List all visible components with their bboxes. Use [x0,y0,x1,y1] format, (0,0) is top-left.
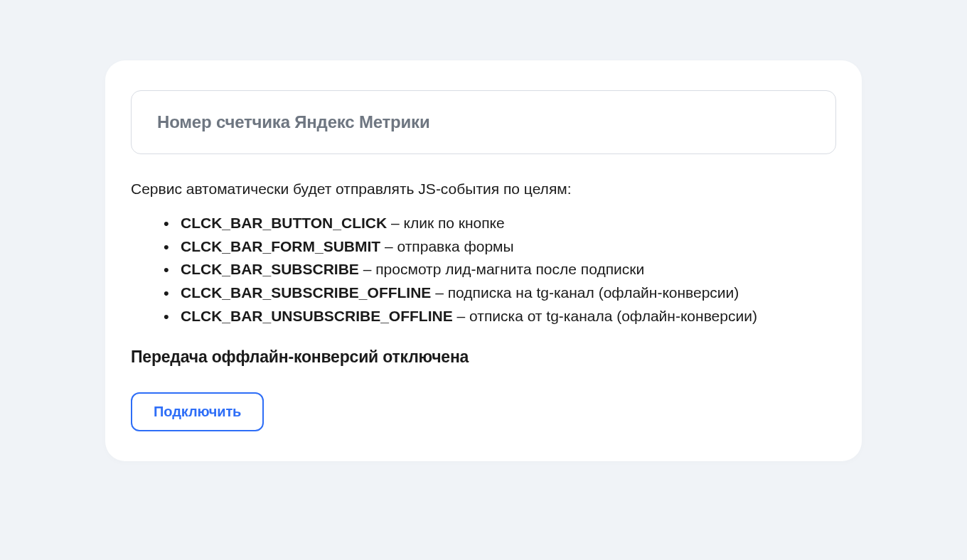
event-code: CLCK_BAR_BUTTON_CLICK [181,215,387,231]
event-desc: – подписка на tg-канал (офлайн-конверсии… [431,284,739,301]
list-item: CLCK_BAR_SUBSCRIBE – просмотр лид-магнит… [181,258,836,281]
events-list: CLCK_BAR_BUTTON_CLICK – клик по кнопке C… [131,212,836,328]
event-desc: – отписка от tg-канала (офлайн-конверсии… [453,308,757,324]
settings-card: Номер счетчика Яндекс Метрики Сервис авт… [105,60,862,461]
list-item: CLCK_BAR_BUTTON_CLICK – клик по кнопке [181,212,836,235]
event-code: CLCK_BAR_UNSUBSCRIBE_OFFLINE [181,308,453,324]
event-code: CLCK_BAR_FORM_SUBMIT [181,238,380,254]
list-item: CLCK_BAR_UNSUBSCRIBE_OFFLINE – отписка о… [181,305,836,328]
events-description: Сервис автоматически будет отправлять JS… [131,178,836,199]
event-code: CLCK_BAR_SUBSCRIBE_OFFLINE [181,284,431,301]
event-desc: – отправка формы [380,238,513,254]
list-item: CLCK_BAR_FORM_SUBMIT – отправка формы [181,235,836,259]
offline-status: Передача оффлайн-конверсий отключена [131,348,836,367]
list-item: CLCK_BAR_SUBSCRIBE_OFFLINE – подписка на… [181,281,836,305]
event-desc: – просмотр лид-магнита после подписки [359,261,644,277]
counter-input-placeholder: Номер счетчика Яндекс Метрики [157,112,810,132]
event-code: CLCK_BAR_SUBSCRIBE [181,261,359,277]
connect-button[interactable]: Подключить [131,392,264,431]
event-desc: – клик по кнопке [387,215,505,231]
counter-input-wrapper[interactable]: Номер счетчика Яндекс Метрики [131,90,836,154]
